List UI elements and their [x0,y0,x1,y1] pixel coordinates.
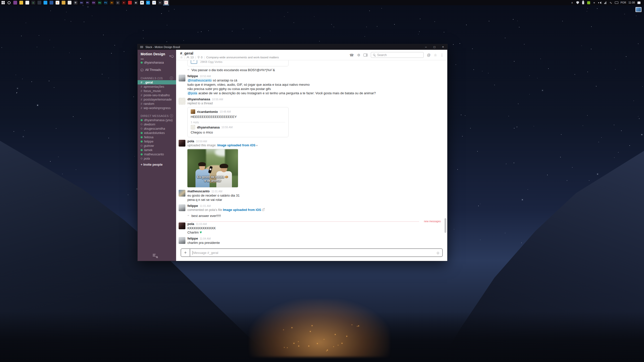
sidebar-channel-_geral[interactable]: #_geral [138,80,176,84]
app-settings-icon[interactable]: ⚙ [72,0,78,5]
cortana-search-button[interactable] [6,0,12,5]
keyboard-layout-icon[interactable] [615,0,618,5]
avatar-pola[interactable] [179,222,185,229]
message-input[interactable] [190,251,434,255]
audio-device-icon[interactable] [609,0,613,5]
message-list[interactable]: como compor uma imagem dougescamilha10:5… [176,60,447,246]
sidebar-dm-feitosa[interactable]: feitosa [138,135,176,139]
notification-center-icon[interactable] [637,0,640,5]
app-google-drive-icon[interactable]: ▲ [30,0,36,5]
app-character-animator-icon[interactable]: Ch [91,0,97,5]
username[interactable]: dhyanshanasa [187,97,210,101]
app-notepad-icon[interactable] [66,0,72,5]
app-slack-icon[interactable]: # [163,0,169,5]
network-signal-icon[interactable] [604,0,607,5]
avatar-ricardantonio[interactable] [191,109,195,114]
minimize-button[interactable]: – [422,44,430,50]
starred-items-icon[interactable]: ☆ [434,53,437,57]
sidebar-dm-pola[interactable]: pola [138,156,176,161]
file-link[interactable]: Image uploaded from iOS [217,144,255,147]
app-after-effects-icon[interactable]: Ae [78,0,85,5]
gpu-settings-icon[interactable] [587,0,590,5]
app-illustrator-icon[interactable]: Ai [109,0,115,5]
file-attachment[interactable]: ♪Whatsapp audio 01.ogg28KB Ogg Vorbis [187,60,289,66]
thread-preview[interactable]: ricardantonio10:48 AMHEEEEEEEEEEEEEEEEEE… [187,107,289,137]
sidebar-dm-eduardolunkes[interactable]: eduardolunkes [138,131,176,135]
app-word-icon[interactable] [48,0,54,5]
volume-icon[interactable] [598,0,601,5]
username[interactable]: pola [187,139,194,143]
language-indicator[interactable]: POR [621,0,626,5]
current-user[interactable]: dhyanshanasa [138,60,176,64]
channel-browser-icon[interactable] [153,254,158,258]
workspace-menu[interactable]: Motion Design ... ▼ [138,50,176,60]
invite-people-button[interactable]: + Invite people [138,162,176,168]
avatar-dhyanshanasa[interactable] [179,98,185,105]
members-count[interactable]: 13 [190,56,194,59]
replies-count[interactable]: 1 reply [191,121,199,124]
add-dm-button[interactable]: + [170,114,173,117]
sidebar-dm-lamek[interactable]: lamek [138,148,176,152]
hamburger-menu-icon[interactable] [140,46,143,48]
more-kebab-icon[interactable]: ⋮ [440,53,444,57]
star-channel-icon[interactable]: ☆ [180,56,183,59]
sidebar-dm-deebom[interactable]: deebom [138,122,176,126]
sidebar-channel-apresentações[interactable]: #apresentações [138,84,176,89]
app-acrobat-icon[interactable]: A [121,0,127,5]
user-mention[interactable]: @matheuscanto [187,78,212,82]
app-red-tool-icon[interactable] [127,0,133,5]
search-box[interactable] [371,52,424,58]
maximize-button[interactable]: □ [430,44,439,50]
satellite-icon[interactable] [593,0,596,5]
app-mail-purple-icon[interactable] [12,0,18,5]
channel-topic[interactable]: Company-wide announcements and work-base… [206,56,279,59]
app-photoshop-icon[interactable]: Ps [103,0,109,5]
app-obs-icon[interactable]: ● [157,0,163,5]
call-phone-icon[interactable]: ☎ [349,53,354,57]
defender-shield-icon[interactable] [576,0,579,5]
sidebar-channel-wip-workinprogress[interactable]: #wip-workinprogress [138,106,176,110]
sidebar-channel-postslayerlemonade[interactable]: #postslayerlemonade [138,97,176,102]
app-audition-icon[interactable]: Au [97,0,103,5]
start-button[interactable] [0,0,6,5]
avatar-dhyanshanasa[interactable] [191,125,195,129]
username[interactable]: dhyanshanasa [197,125,220,129]
username[interactable]: felippe [187,204,198,208]
sidebar-dm-felippe[interactable]: felippe [138,139,176,144]
user-mention[interactable]: @pola [187,91,197,95]
app-chrome-icon[interactable]: ● [151,0,157,5]
scrollbar-thumb[interactable] [445,218,446,233]
meme-image-thumbnail[interactable]: Eu gosto de batata e de animar [187,149,238,187]
avatar-felippe[interactable] [179,75,185,81]
emoji-picker-icon[interactable]: ☺ [434,249,442,256]
usb-device-icon[interactable] [582,0,585,5]
avatar-felippe[interactable] [179,237,185,244]
app-premiere-icon[interactable]: Pr [85,0,91,5]
app-twitter-icon[interactable] [42,0,48,5]
app-file-explorer-icon[interactable] [36,0,42,5]
desktop-shortcut-icon[interactable] [635,7,641,12]
sidebar-channel-poste-seu-trabalho[interactable]: #poste-seu-trabalho [138,93,176,97]
search-input[interactable] [377,53,421,57]
mentions-at-icon[interactable]: @ [427,53,430,57]
message-composer[interactable]: + ☺ [181,248,443,257]
sidebar-dm-dhyanshanasayou[interactable]: dhyanshanasa (you) [138,118,176,122]
caret-down-icon[interactable]: ▾ [256,144,258,147]
channel-name[interactable]: #_geral [180,51,279,55]
app-sticky-notes-icon[interactable] [18,0,24,5]
close-button[interactable]: × [439,44,447,50]
avatar-felippe[interactable] [179,204,185,211]
all-threads-item[interactable]: All Threads [138,67,176,72]
app-utility-dark-icon[interactable]: ◎ [115,0,121,5]
app-edge-icon[interactable]: e [145,0,151,5]
sidebar-channel-random[interactable]: #random [138,102,176,106]
attach-plus-button[interactable]: + [181,249,190,256]
avatar-matheuscanto[interactable] [179,190,185,197]
app-vlc-icon[interactable]: ▲ [54,0,60,5]
sidebar-dm-matheuscanto[interactable]: matheuscanto [138,152,176,156]
username[interactable]: felippe [187,237,198,240]
hidden-icons-chevron[interactable] [571,0,574,5]
avatar-pola[interactable] [179,140,185,147]
add-channel-button[interactable]: + [170,76,173,80]
app-folder-icon[interactable] [60,0,66,5]
